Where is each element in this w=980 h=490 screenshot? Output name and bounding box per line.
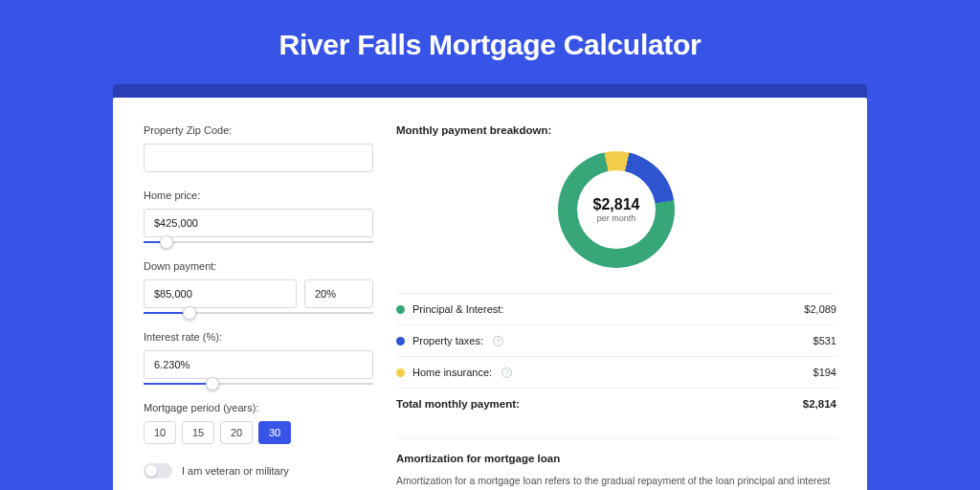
form-panel: Property Zip Code: Home price: Down paym…	[144, 124, 373, 490]
dot-green-icon	[396, 305, 405, 314]
interest-rate-label: Interest rate (%):	[144, 331, 373, 343]
field-interest-rate: Interest rate (%):	[144, 331, 373, 385]
period-btn-15[interactable]: 15	[182, 421, 214, 444]
field-veteran: I am veteran or military	[144, 463, 373, 479]
mortgage-period-label: Mortgage period (years):	[144, 402, 373, 413]
legend-row-taxes: Property taxes: ? $531	[396, 324, 836, 356]
info-icon[interactable]: ?	[501, 368, 512, 378]
field-zip: Property Zip Code:	[144, 124, 373, 172]
interest-rate-slider[interactable]	[144, 383, 373, 385]
down-payment-slider-thumb[interactable]	[183, 306, 196, 320]
legend: Principal & Interest: $2,089 Property ta…	[396, 293, 836, 419]
field-home-price: Home price:	[144, 189, 373, 243]
period-btn-20[interactable]: 20	[220, 421, 253, 444]
legend-row-total: Total monthly payment: $2,814	[396, 388, 836, 419]
card-backdrop: Property Zip Code: Home price: Down paym…	[113, 84, 867, 490]
legend-label: Property taxes:	[412, 335, 483, 346]
zip-label: Property Zip Code:	[144, 124, 373, 136]
interest-rate-input[interactable]	[144, 350, 373, 379]
legend-row-insurance: Home insurance: ? $194	[396, 356, 836, 388]
total-value: $2,814	[803, 398, 836, 410]
legend-value: $2,089	[804, 303, 836, 315]
page-title: River Falls Mortgage Calculator	[0, 0, 980, 84]
interest-rate-slider-thumb[interactable]	[206, 377, 219, 390]
calculator-card: Property Zip Code: Home price: Down paym…	[113, 98, 867, 490]
total-label: Total monthly payment:	[396, 398, 520, 410]
down-payment-label: Down payment:	[144, 260, 373, 272]
down-payment-slider[interactable]	[144, 312, 373, 314]
mortgage-period-group: 10 15 20 30	[144, 421, 373, 444]
veteran-label: I am veteran or military	[182, 465, 289, 477]
amort-body: Amortization for a mortgage loan refers …	[396, 474, 836, 490]
legend-label: Home insurance:	[412, 367, 492, 378]
legend-label: Principal & Interest:	[412, 303, 503, 315]
breakdown-title: Monthly payment breakdown:	[396, 124, 836, 136]
donut-wrap: $2,814 per month	[396, 147, 836, 281]
home-price-input[interactable]	[144, 209, 373, 237]
interest-rate-slider-fill	[144, 383, 212, 385]
zip-input[interactable]	[144, 144, 373, 172]
donut-center: $2,814 per month	[577, 170, 656, 249]
period-btn-10[interactable]: 10	[144, 421, 176, 444]
legend-value: $531	[813, 335, 836, 346]
dot-blue-icon	[396, 337, 405, 345]
veteran-toggle[interactable]	[144, 463, 172, 479]
breakdown-panel: Monthly payment breakdown: $2,814 per mo…	[396, 124, 836, 490]
donut-chart: $2,814 per month	[558, 151, 675, 268]
field-down-payment: Down payment:	[144, 260, 373, 314]
legend-value: $194	[813, 367, 836, 378]
home-price-label: Home price:	[144, 189, 373, 201]
down-payment-pct-input[interactable]	[304, 279, 373, 308]
field-mortgage-period: Mortgage period (years): 10 15 20 30	[144, 402, 373, 444]
info-icon[interactable]: ?	[493, 336, 503, 346]
donut-value: $2,814	[593, 196, 640, 213]
amort-title: Amortization for mortgage loan	[396, 438, 836, 464]
dot-yellow-icon	[396, 368, 405, 377]
legend-row-principal: Principal & Interest: $2,089	[396, 293, 836, 324]
donut-sub: per month	[597, 213, 636, 223]
down-payment-input[interactable]	[144, 279, 297, 308]
home-price-slider[interactable]	[144, 241, 373, 243]
home-price-slider-thumb[interactable]	[160, 235, 173, 249]
period-btn-30[interactable]: 30	[258, 421, 291, 444]
